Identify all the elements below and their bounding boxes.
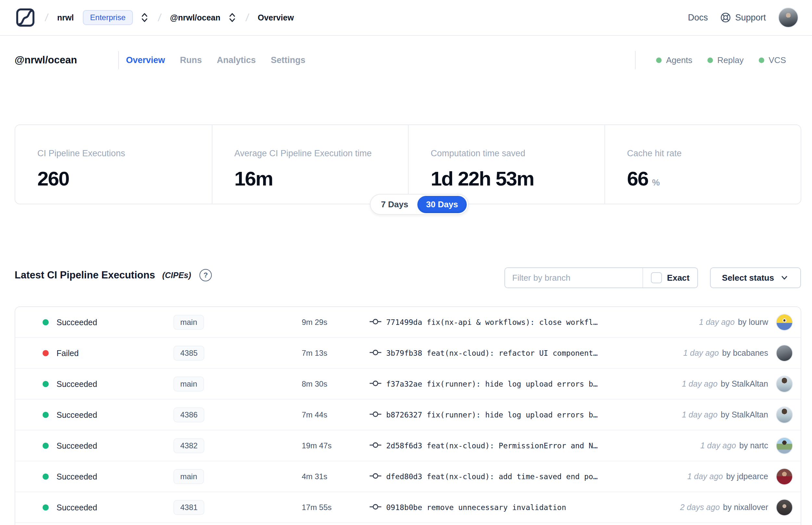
git-commit-icon <box>369 502 382 512</box>
commit-hash: 3b79fb38 <box>386 349 422 357</box>
author-avatar <box>776 376 793 392</box>
commit-message: remove unnecessary invalidation <box>427 503 566 512</box>
breadcrumb-workspace[interactable]: nrwl <box>57 13 74 22</box>
user-avatar[interactable] <box>778 7 798 28</box>
git-commit-icon <box>369 379 382 389</box>
status-dot-icon <box>43 319 49 325</box>
branch-badge: 4386 <box>173 407 204 422</box>
status-select-dropdown[interactable]: Select status <box>710 267 801 288</box>
status-dot-icon <box>43 442 49 449</box>
commit-hash: 771499da <box>386 318 422 327</box>
commit-hash: 0918b0be <box>386 503 422 512</box>
author-avatar <box>776 437 793 454</box>
range-7-days[interactable]: 7 Days <box>372 199 417 210</box>
table-row[interactable]: Succeeded 4386 7m 44s b8726327 fix(runne… <box>15 400 801 431</box>
commit-hash: dfed80d3 <box>386 472 422 481</box>
author-avatar <box>776 314 793 331</box>
status-dot-icon <box>43 504 49 510</box>
commit-message: feat(nx-cloud): add time-saved end po… <box>427 472 598 481</box>
help-icon[interactable]: ? <box>199 269 212 281</box>
author: by bcabanes <box>722 348 768 358</box>
table-row[interactable]: Succeeded 4381 17m 55s 0918b0be remove u… <box>15 492 801 523</box>
breadcrumb-separator: / <box>44 12 49 24</box>
commit-hash: f37a32ae <box>386 380 422 388</box>
author: by nixallover <box>723 502 768 512</box>
support-label: Support <box>735 13 766 23</box>
stat-average-execution-time: Average CI Pipeline Execution time 16m <box>212 125 408 204</box>
indicator-agents[interactable]: Agents <box>656 55 692 65</box>
tab-overview[interactable]: Overview <box>126 55 165 65</box>
duration: 7m 44s <box>302 410 327 419</box>
exact-label: Exact <box>667 273 690 283</box>
tab-settings[interactable]: Settings <box>271 55 306 65</box>
time-ago: 1 day ago <box>682 410 718 419</box>
status-label: Succeeded <box>57 317 97 327</box>
status-dot-icon <box>43 350 49 356</box>
time-ago: 1 day ago <box>687 472 723 481</box>
time-ago: 2 days ago <box>680 502 720 512</box>
cipe-table-body: Succeeded main 9m 29s 771499da fix(nx-ap… <box>15 307 801 523</box>
commit-hash: b8726327 <box>386 411 422 419</box>
git-commit-icon <box>369 317 382 327</box>
branch-badge: main <box>173 315 204 330</box>
support-link[interactable]: Support <box>720 12 766 23</box>
branch-badge: 4382 <box>173 438 204 453</box>
tab-analytics[interactable]: Analytics <box>217 55 256 65</box>
breadcrumb-separator: / <box>157 12 162 24</box>
duration: 7m 13s <box>302 349 327 358</box>
author-avatar <box>776 468 793 485</box>
author: by jdpearce <box>726 472 768 481</box>
stats-cards: CI Pipeline Executions 260 Average CI Pi… <box>15 124 801 204</box>
commit-message: fix(runner): hide log upload errors b… <box>427 411 598 419</box>
range-30-days[interactable]: 30 Days <box>417 196 467 213</box>
branch-badge: main <box>173 469 204 484</box>
git-commit-icon <box>369 348 382 358</box>
divider <box>635 51 635 69</box>
table-row[interactable]: Succeeded main 4m 31s dfed80d3 feat(nx-c… <box>15 461 801 492</box>
cipes-section-header: Latest CI Pipeline Executions (CIPEs) ? <box>15 269 212 281</box>
commit-message: feat(nx-cloud): PermissionError and N… <box>427 441 598 450</box>
stat-computation-time-saved: Computation time saved 1d 22h 53m <box>408 125 604 204</box>
green-status-dot-icon <box>759 58 764 63</box>
status-label: Succeeded <box>57 502 97 512</box>
table-row[interactable]: Succeeded main 8m 30s f37a32ae fix(runne… <box>15 369 801 400</box>
author-avatar <box>776 499 793 516</box>
branch-filter-input[interactable] <box>505 268 642 287</box>
git-commit-icon <box>369 472 382 481</box>
time-ago: 1 day ago <box>699 317 735 327</box>
commit-message: feat(nx-cloud): refactor UI component… <box>427 349 598 357</box>
chevron-down-icon <box>780 273 789 282</box>
breadcrumb-page: Overview <box>258 13 294 22</box>
table-row[interactable]: Succeeded 4382 19m 47s 2d58f6d3 feat(nx-… <box>15 431 801 461</box>
author-avatar <box>776 345 793 362</box>
breadcrumb-project[interactable]: @nrwl/ocean <box>170 13 220 22</box>
exact-checkbox[interactable] <box>651 272 662 283</box>
branch-badge: 4385 <box>173 346 204 361</box>
status-label: Succeeded <box>57 441 97 450</box>
project-header: @nrwl/ocean Overview Runs Analytics Sett… <box>0 36 812 85</box>
duration: 4m 31s <box>302 472 327 481</box>
time-ago: 1 day ago <box>683 348 719 358</box>
branch-badge: 4381 <box>173 500 204 515</box>
project-switcher-icon[interactable] <box>228 12 237 24</box>
date-range-toggle: 7 Days 30 Days <box>370 194 469 215</box>
exact-filter: Exact <box>642 268 698 287</box>
stat-cache-hit-rate: Cache hit rate 66% <box>604 125 801 204</box>
author: by lourw <box>738 317 768 327</box>
table-row[interactable]: Failed 4385 7m 13s 3b79fb38 feat(nx-clou… <box>15 338 801 369</box>
plan-badge[interactable]: Enterprise <box>83 10 133 25</box>
nx-cloud-logo-icon[interactable] <box>15 7 36 28</box>
indicator-vcs[interactable]: VCS <box>759 55 786 65</box>
status-label: Succeeded <box>57 379 97 389</box>
time-ago: 1 day ago <box>700 441 736 450</box>
commit-message: fix(runner): hide log upload errors b… <box>427 380 598 388</box>
table-row[interactable]: Succeeded main 9m 29s 771499da fix(nx-ap… <box>15 307 801 338</box>
green-status-dot-icon <box>656 58 662 63</box>
docs-link[interactable]: Docs <box>688 13 708 23</box>
tab-runs[interactable]: Runs <box>180 55 202 65</box>
indicator-replay[interactable]: Replay <box>707 55 744 65</box>
duration: 19m 47s <box>302 441 332 450</box>
workspace-switcher-icon[interactable] <box>140 12 149 24</box>
duration: 9m 29s <box>302 318 327 327</box>
git-commit-icon <box>369 441 382 451</box>
